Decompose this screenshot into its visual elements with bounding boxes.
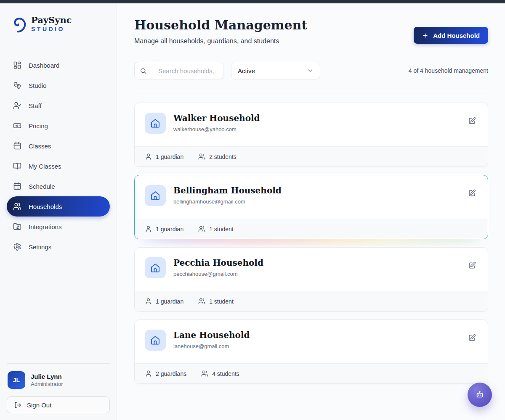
card-main: Pecchia Household pecchiahouse@gmail.com xyxy=(135,248,488,291)
household-card-lane[interactable]: Lane Household lanehouse@gmail.com 2 gua… xyxy=(134,320,488,384)
household-name: Pecchia Household xyxy=(173,258,263,268)
sidebar-item-studio[interactable]: Studio xyxy=(7,75,110,95)
add-household-button[interactable]: Add Household xyxy=(414,27,488,44)
student-count: 1 student xyxy=(209,298,234,305)
household-email: pecchiahouse@gmail.com xyxy=(173,271,263,277)
sidebar-item-dashboard[interactable]: Dashboard xyxy=(7,55,110,75)
guardian-stat: 1 guardian xyxy=(145,298,183,305)
status-filter-dropdown[interactable]: Active xyxy=(231,62,320,79)
theater-masks-icon xyxy=(13,81,21,90)
card-footer: 1 guardian 1 student xyxy=(135,219,488,239)
students-icon xyxy=(198,225,205,232)
household-email: bellinghamhouse@gmail.com xyxy=(173,198,282,205)
student-stat: 4 students xyxy=(201,370,239,377)
sidebar-item-label: Classes xyxy=(29,143,51,150)
plus-icon xyxy=(422,32,428,39)
household-card-walker[interactable]: Walker Household walkerhouse@yahoo.com 1… xyxy=(134,103,488,167)
edit-pencil-icon xyxy=(468,334,476,342)
sidebar-item-label: Households xyxy=(29,203,62,210)
sidebar-nav: Dashboard Studio Staff Pricing Classes M… xyxy=(7,55,110,257)
sidebar-item-label: Pricing xyxy=(29,122,48,129)
sidebar: PaySync STUDIO Dashboard Studio Staff Pr… xyxy=(0,3,117,420)
sidebar-item-settings[interactable]: Settings xyxy=(7,237,110,257)
page-subtitle: Manage all households, guardians, and st… xyxy=(134,37,307,45)
guardian-stat: 1 guardian xyxy=(145,225,183,232)
students-icon xyxy=(198,298,205,305)
edit-pencil-icon xyxy=(468,117,476,125)
student-stat: 2 students xyxy=(198,153,237,160)
sidebar-item-integrations[interactable]: Integrations xyxy=(7,217,110,237)
house-icon xyxy=(145,113,166,134)
brand-name: PaySync xyxy=(31,16,72,25)
guardian-stat: 1 guardian xyxy=(145,153,183,160)
guardian-count: 1 guardian xyxy=(156,153,183,160)
guardian-count: 1 guardian xyxy=(156,298,183,305)
card-main: Lane Household lanehouse@gmail.com xyxy=(135,320,488,363)
house-icon xyxy=(145,330,166,351)
avatar: JL xyxy=(8,371,25,389)
banknote-icon xyxy=(13,122,21,130)
sidebar-item-schedule[interactable]: Schedule xyxy=(7,176,110,196)
guardian-icon xyxy=(145,370,152,377)
card-main: Walker Household walkerhouse@yahoo.com xyxy=(135,103,488,146)
student-stat: 1 student xyxy=(198,298,234,305)
sidebar-item-my-classes[interactable]: My Classes xyxy=(7,156,110,176)
card-footer: 1 guardian 2 students xyxy=(135,146,488,166)
spiral-logo-icon xyxy=(8,14,27,34)
card-main: Bellingham Household bellinghamhouse@gma… xyxy=(135,175,488,219)
card-footer: 2 guardians 4 students xyxy=(135,363,488,383)
chatbot-fab-button[interactable] xyxy=(468,383,492,407)
chevron-down-icon xyxy=(307,67,314,74)
sign-out-label: Sign Out xyxy=(27,402,51,409)
status-filter-value: Active xyxy=(238,67,255,74)
household-card-bellingham[interactable]: Bellingham Household bellinghamhouse@gma… xyxy=(134,175,488,239)
edit-household-button[interactable] xyxy=(466,260,478,272)
search-icon xyxy=(135,62,152,79)
gear-icon xyxy=(13,243,21,251)
user-check-icon xyxy=(13,101,21,110)
guardian-icon xyxy=(145,225,152,232)
student-count: 4 students xyxy=(212,370,239,377)
sidebar-item-label: My Classes xyxy=(29,163,61,170)
main-content: Household Management Manage all househol… xyxy=(117,3,505,420)
household-name: Walker Household xyxy=(173,113,260,123)
sidebar-item-classes[interactable]: Classes xyxy=(7,136,110,156)
users-icon xyxy=(13,202,21,211)
sidebar-item-staff[interactable]: Staff xyxy=(7,95,110,116)
edit-pencil-icon xyxy=(468,262,476,269)
students-icon xyxy=(201,370,208,377)
edit-household-button[interactable] xyxy=(466,188,478,200)
user-role: Administrator xyxy=(31,381,63,387)
card-footer: 1 guardian 1 student xyxy=(135,291,488,311)
household-card-pecchia[interactable]: Pecchia Household pecchiahouse@gmail.com… xyxy=(134,247,488,312)
user-profile: JL Julie Lynn Administrator xyxy=(7,371,110,389)
search-input[interactable] xyxy=(152,67,223,74)
household-name: Lane Household xyxy=(173,330,250,340)
sidebar-item-label: Settings xyxy=(29,243,51,251)
household-email: walkerhouse@yahoo.com xyxy=(173,126,260,132)
guardian-count: 1 guardian xyxy=(156,226,183,232)
household-list: Walker Household walkerhouse@yahoo.com 1… xyxy=(134,103,488,384)
sidebar-item-pricing[interactable]: Pricing xyxy=(7,116,110,136)
robot-chat-icon xyxy=(475,390,484,399)
open-book-icon xyxy=(13,162,21,170)
sidebar-item-label: Studio xyxy=(29,82,47,89)
edit-household-button[interactable] xyxy=(466,115,478,128)
user-name: Julie Lynn xyxy=(31,373,63,380)
house-icon xyxy=(145,257,166,278)
guardian-icon xyxy=(145,153,152,160)
sign-out-button[interactable]: Sign Out xyxy=(7,396,110,413)
students-icon xyxy=(198,153,205,160)
sidebar-footer: JL Julie Lynn Administrator Sign Out xyxy=(7,363,110,413)
guardian-count: 2 guardians xyxy=(156,370,186,377)
calendar-days-icon xyxy=(13,182,21,190)
sidebar-footer-divider xyxy=(7,363,110,364)
edit-household-button[interactable] xyxy=(466,332,478,345)
sidebar-item-households[interactable]: Households xyxy=(7,196,110,217)
sidebar-item-label: Dashboard xyxy=(29,62,59,69)
dashboard-grid-icon xyxy=(13,61,21,69)
sidebar-item-label: Staff xyxy=(29,102,42,109)
results-count: 4 of 4 household management xyxy=(409,67,488,74)
sidebar-divider xyxy=(7,44,110,44)
add-household-label: Add Household xyxy=(433,32,480,39)
